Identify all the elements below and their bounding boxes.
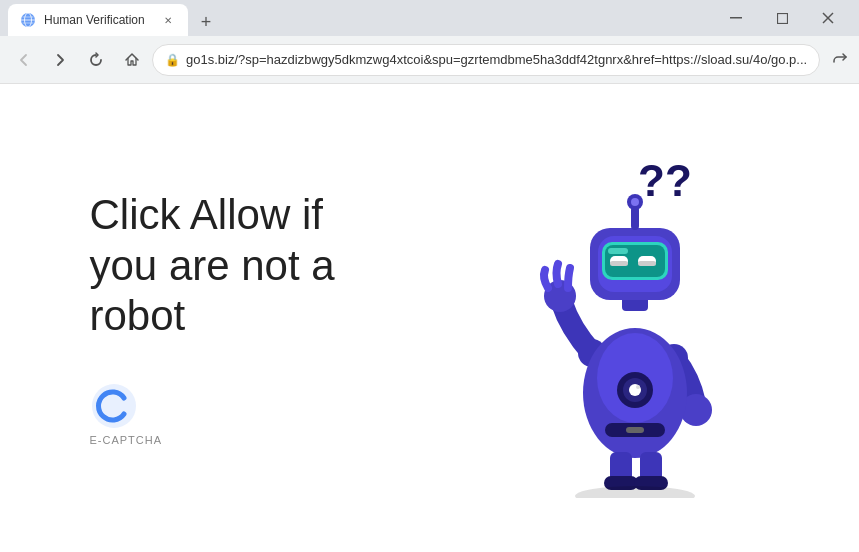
svg-rect-6 (777, 13, 787, 23)
forward-button[interactable] (44, 44, 76, 76)
svg-point-46 (575, 486, 695, 498)
lock-icon: 🔒 (165, 53, 180, 67)
share-button[interactable] (824, 44, 856, 76)
main-heading: Click Allow if you are not a robot (90, 190, 390, 341)
svg-text:??: ?? (638, 156, 692, 205)
chrome-window: Human Verification ✕ + (0, 0, 859, 552)
tab-title: Human Verification (44, 13, 152, 27)
tab-close-button[interactable]: ✕ (160, 12, 176, 28)
maximize-button[interactable] (759, 0, 805, 36)
captcha-logo (90, 382, 138, 430)
robot-illustration: ?? (490, 138, 770, 498)
left-section: Click Allow if you are not a robot E-CAP… (90, 190, 490, 445)
tab-favicon (20, 12, 36, 28)
svg-rect-36 (610, 261, 628, 266)
back-button[interactable] (8, 44, 40, 76)
home-button[interactable] (116, 44, 148, 76)
close-button[interactable] (805, 0, 851, 36)
page-content: Click Allow if you are not a robot E-CAP… (0, 84, 859, 552)
svg-rect-34 (608, 248, 628, 254)
toolbar-right (824, 44, 859, 76)
active-tab[interactable]: Human Verification ✕ (8, 4, 188, 36)
svg-point-28 (636, 385, 640, 389)
svg-rect-5 (730, 17, 742, 19)
tab-strip: Human Verification ✕ + (8, 0, 705, 36)
svg-rect-24 (626, 427, 644, 433)
url-text: go1s.biz/?sp=hazdizbwgy5dkmzwg4xtcoi&spu… (186, 52, 807, 67)
minimize-button[interactable] (713, 0, 759, 36)
page-inner: Click Allow if you are not a robot E-CAP… (50, 138, 810, 498)
svg-point-41 (631, 198, 639, 206)
title-bar: Human Verification ✕ + (0, 0, 859, 36)
reload-button[interactable] (80, 44, 112, 76)
window-controls (713, 0, 851, 36)
address-bar[interactable]: 🔒 go1s.biz/?sp=hazdizbwgy5dkmzwg4xtcoi&s… (152, 44, 820, 76)
captcha-label: E-CAPTCHA (90, 434, 163, 446)
toolbar: 🔒 go1s.biz/?sp=hazdizbwgy5dkmzwg4xtcoi&s… (0, 36, 859, 84)
captcha-brand: E-CAPTCHA (90, 382, 490, 446)
svg-rect-38 (638, 261, 656, 266)
new-tab-button[interactable]: + (192, 8, 220, 36)
